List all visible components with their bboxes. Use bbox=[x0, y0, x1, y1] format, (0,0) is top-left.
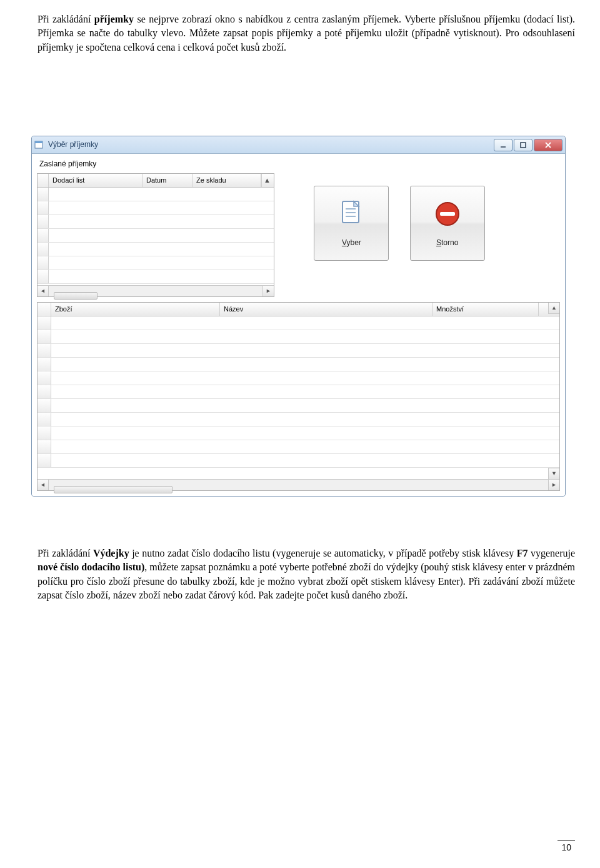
button-label: Storno bbox=[436, 238, 458, 248]
table-row[interactable] bbox=[38, 344, 559, 358]
window-buttons bbox=[492, 139, 562, 151]
table-row[interactable] bbox=[38, 399, 559, 413]
table-row[interactable] bbox=[38, 316, 559, 330]
titlebar[interactable]: Výběr příjemky bbox=[32, 136, 565, 154]
scroll-right-icon[interactable]: ► bbox=[262, 286, 274, 296]
col-header[interactable]: Dodací list bbox=[49, 174, 142, 187]
table-row[interactable] bbox=[38, 256, 274, 270]
grid-header: Zboží Název Množství bbox=[38, 303, 559, 316]
label-sent-receipts: Zaslané příjemky bbox=[39, 159, 560, 169]
scroll-up-icon[interactable]: ▲ bbox=[548, 303, 559, 314]
dialog-window: Výběr příjemky Zaslané příjemky Dodací l… bbox=[31, 136, 566, 497]
table-row[interactable] bbox=[38, 229, 274, 243]
table-row[interactable] bbox=[38, 270, 274, 284]
table-row[interactable] bbox=[38, 188, 274, 201]
text: je nutno zadat číslo dodacího listu (vyg… bbox=[129, 548, 517, 558]
table-row[interactable] bbox=[38, 201, 274, 215]
grid-body[interactable] bbox=[38, 188, 274, 285]
grid-goods[interactable]: Zboží Název Množství ▲ ▼ ◄ bbox=[37, 302, 560, 491]
grid-receipts[interactable]: Dodací list Datum Ze skladu ▲ ◄ bbox=[37, 173, 274, 297]
table-row[interactable] bbox=[38, 440, 559, 454]
col-header[interactable]: Datum bbox=[142, 174, 192, 187]
table-row[interactable] bbox=[38, 413, 559, 426]
col-header[interactable]: Název bbox=[220, 303, 432, 316]
scroll-thumb[interactable] bbox=[54, 292, 98, 300]
table-row[interactable] bbox=[38, 330, 559, 344]
text-bold: Výdejky bbox=[93, 548, 129, 558]
button-label: Vyber bbox=[342, 238, 361, 248]
window-title: Výběr příjemky bbox=[48, 139, 492, 150]
grid-header: Dodací list Datum Ze skladu ▲ bbox=[38, 174, 274, 188]
grid-body[interactable] bbox=[38, 316, 559, 479]
scroll-left-icon[interactable]: ◄ bbox=[38, 286, 49, 296]
scroll-down-icon[interactable]: ▼ bbox=[548, 468, 559, 479]
minimize-button[interactable] bbox=[494, 139, 512, 151]
text: Při zakládání bbox=[38, 548, 93, 558]
scroll-right-icon[interactable]: ► bbox=[548, 480, 559, 490]
document-icon bbox=[336, 199, 366, 229]
table-row[interactable] bbox=[38, 426, 559, 440]
table-row[interactable] bbox=[38, 243, 274, 256]
col-header[interactable]: Ze skladu bbox=[192, 174, 261, 187]
close-button[interactable] bbox=[534, 139, 562, 151]
text-bold: F7 bbox=[517, 548, 528, 558]
horizontal-scrollbar[interactable]: ◄ ► bbox=[38, 285, 274, 296]
maximize-button[interactable] bbox=[514, 139, 532, 151]
row-selector-header[interactable] bbox=[38, 174, 49, 187]
horizontal-scrollbar[interactable]: ◄ ► bbox=[38, 479, 559, 490]
select-button[interactable]: Vyber bbox=[314, 186, 389, 261]
intro-paragraph-1: Při zakládání příjemky se nejprve zobraz… bbox=[38, 13, 575, 54]
svg-rect-1 bbox=[35, 141, 42, 143]
table-row[interactable] bbox=[38, 358, 559, 371]
table-row[interactable] bbox=[38, 385, 559, 399]
scroll-thumb[interactable] bbox=[54, 486, 172, 493]
client-area: Zaslané příjemky Dodací list Datum Ze sk… bbox=[32, 154, 565, 496]
button-column: Vyber Storno bbox=[314, 173, 503, 261]
svg-rect-12 bbox=[440, 212, 455, 216]
app-icon bbox=[34, 140, 44, 150]
scroll-up-icon[interactable]: ▲ bbox=[261, 174, 272, 187]
text: vygeneruje bbox=[528, 548, 575, 558]
text-bold: příjemky bbox=[94, 14, 134, 24]
scroll-left-icon[interactable]: ◄ bbox=[38, 480, 49, 490]
page-number: 10 bbox=[558, 840, 575, 855]
table-row[interactable] bbox=[38, 371, 559, 385]
cancel-button[interactable]: Storno bbox=[410, 186, 485, 261]
stop-icon bbox=[432, 199, 462, 229]
intro-paragraph-2: Při zakládání Výdejky je nutno zadat čís… bbox=[38, 547, 575, 603]
col-header[interactable]: Zboží bbox=[51, 303, 220, 316]
table-row[interactable] bbox=[38, 215, 274, 229]
table-row[interactable] bbox=[38, 454, 559, 468]
svg-rect-3 bbox=[521, 143, 526, 148]
text: Při zakládání bbox=[38, 14, 94, 24]
text-bold: nové číslo dodacího listu) bbox=[38, 562, 144, 572]
row-selector-header[interactable] bbox=[38, 303, 51, 316]
col-header[interactable]: Množství bbox=[432, 303, 539, 316]
